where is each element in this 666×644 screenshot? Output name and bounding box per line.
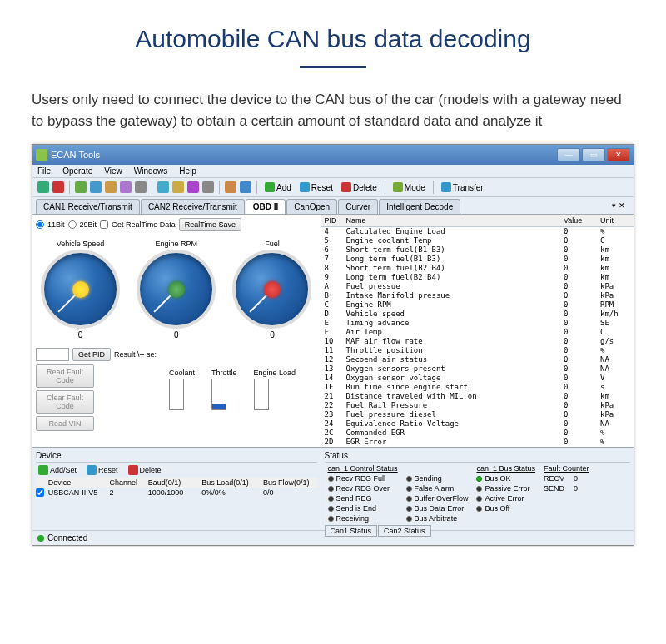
device-row[interactable]: USBCAN-II-V521000/10000%/0%0/0 (36, 488, 317, 499)
pid-input[interactable] (36, 348, 69, 361)
pid-row[interactable]: 6Short term fuel(B1 B3)0km (321, 245, 634, 255)
menu-operate[interactable]: Operate (62, 166, 92, 176)
pid-row[interactable]: 11Throttle position0% (321, 346, 634, 355)
mode-button[interactable]: Mode (390, 181, 428, 193)
tab-can2[interactable]: CAN2 Receive/Transmit (141, 199, 245, 214)
pid-row[interactable]: 22Fuel Rail Pressure0kPa (321, 401, 634, 410)
minimize-button[interactable]: — (557, 148, 580, 161)
pid-row[interactable]: ETiming advance0SE (321, 319, 634, 328)
fault-recv-value: 0 (574, 474, 578, 483)
pid-row[interactable]: 12Secoend air status0NA (321, 355, 634, 364)
main-tabs: CAN1 Receive/Transmit CAN2 Receive/Trans… (32, 197, 634, 214)
gauge-engine-rpm: Engine RPM 0 (137, 240, 216, 339)
tab-can1[interactable]: CAN1 Receive/Transmit (36, 199, 140, 214)
status-item: Send is End (328, 504, 398, 513)
filter-icon[interactable] (120, 181, 132, 193)
import-icon[interactable] (240, 181, 251, 193)
pid-row[interactable]: 14Oxygen sensor voltage0V (321, 374, 634, 383)
pid-row[interactable]: 5Engine coolant Temp0C (321, 236, 634, 245)
pid-row[interactable]: FAir Temp0C (321, 328, 634, 337)
pid-row[interactable]: CEngine RPM0RPM (321, 300, 634, 310)
config-icon[interactable] (135, 181, 147, 193)
tabs-close-icon[interactable]: ▾ ✕ (607, 199, 630, 214)
menu-windows[interactable]: Windows (134, 166, 168, 176)
fault-send-value: 0 (574, 484, 578, 493)
pid-row[interactable]: 21Distance traveled with MIL on0km (321, 392, 634, 401)
pid-row[interactable]: 24Equivalence Ratio Voltage0NA (321, 419, 634, 429)
pid-row[interactable]: AFuel pressue0kPa (321, 282, 634, 291)
status-item: Passive Error (476, 484, 535, 493)
device-reset-button[interactable]: Reset (84, 464, 121, 476)
grid-icon[interactable] (202, 181, 214, 193)
device-delete-button[interactable]: Delete (126, 464, 164, 476)
option-icon[interactable] (187, 181, 199, 193)
save-icon[interactable] (75, 181, 87, 193)
menu-help[interactable]: Help (179, 166, 196, 176)
gauge-fuel: Fuel 0 (232, 240, 311, 339)
tool-icon[interactable] (105, 181, 117, 193)
realtime-save-button[interactable]: RealTime Save (179, 218, 241, 231)
close-button[interactable]: ✕ (607, 148, 630, 161)
tab-curver[interactable]: Curver (338, 199, 378, 214)
stop-icon[interactable] (52, 181, 64, 193)
pid-row[interactable]: 10MAF air flow rate0g/s (321, 337, 634, 346)
device-addset-button[interactable]: Add/Set (36, 464, 79, 476)
pid-row[interactable]: DVehicle speed0km/h (321, 310, 634, 319)
start-icon[interactable] (37, 181, 49, 193)
pid-row[interactable]: 7Long term fuel(B1 B3)0km (321, 255, 634, 264)
open-icon[interactable] (90, 181, 102, 193)
status-item: Bus Off (476, 504, 535, 513)
pid-row[interactable]: 4Calculated Engine Load0% (321, 227, 634, 236)
status-item: Recv REG Over (328, 484, 398, 493)
play-icon[interactable] (157, 181, 169, 193)
gauge-speed-value: 0 (41, 330, 120, 339)
tab-can1-status[interactable]: Can1 Status (325, 525, 378, 537)
gauge-fuel-value: 0 (232, 330, 311, 339)
status-item: Buffer OverFlow (406, 494, 469, 503)
gauge-speed-label: Vehicle Speed (41, 240, 120, 248)
pid-table-body[interactable]: 4Calculated Engine Load0%5Engine coolant… (321, 227, 634, 447)
radio-29bit[interactable] (68, 220, 77, 229)
get-pid-button[interactable]: Get PID (72, 348, 111, 361)
connection-status: Connected (47, 533, 87, 542)
device-panel-title: Device (36, 449, 317, 463)
transfer-button[interactable]: Transfer (439, 181, 486, 193)
pid-row[interactable]: 2DEGR Error0% (321, 438, 634, 447)
tab-intelligent-decode[interactable]: Intelligent Decode (379, 199, 460, 214)
gauge-rpm-value: 0 (137, 330, 216, 339)
pid-row[interactable]: 2CCommanded EGR0% (321, 429, 634, 438)
label-11bit: 11Bit (47, 220, 65, 229)
radio-11bit[interactable] (36, 220, 44, 229)
checkbox-realtime[interactable] (100, 220, 108, 229)
pid-row[interactable]: 8Short term fuel(B2 B4)0km (321, 264, 634, 273)
export-icon[interactable] (225, 181, 236, 193)
maximize-button[interactable]: ▭ (582, 148, 605, 161)
bar-throttle: Throttle (211, 369, 237, 410)
pid-row[interactable]: 1FRun time since engine start0s (321, 383, 634, 392)
read-fault-code-button[interactable]: Read Fault Code (36, 364, 94, 388)
pid-row[interactable]: 13Oxygen sensors present0NA (321, 364, 634, 374)
tab-obd2[interactable]: OBD II (246, 199, 286, 214)
label-realtime: Get RealTime Data (112, 220, 176, 229)
tab-can2-status[interactable]: Can2 Status (378, 525, 431, 537)
pid-row[interactable]: BIntake Manifold pressue0kPa (321, 291, 634, 300)
tab-canopen[interactable]: CanOpen (286, 199, 337, 214)
read-vin-button[interactable]: Read VIN (36, 416, 94, 431)
device-panel: Device Add/Set Reset Delete DeviceChanne… (32, 448, 321, 530)
pid-row[interactable]: 23Fuel pressure diesel0kPa (321, 410, 634, 419)
result-label: Result \-- se: (114, 350, 157, 359)
delete-button[interactable]: Delete (339, 181, 380, 193)
clear-fault-code-button[interactable]: Clear Fault Code (36, 390, 94, 414)
status-item: Recv REG Full (328, 474, 398, 483)
status-panel: Status can_1 Control StatusRecv REG Full… (321, 448, 634, 530)
menubar: File Operate View Windows Help (32, 165, 634, 178)
window-title: ECAN Tools (51, 150, 557, 160)
pause-icon[interactable] (172, 181, 184, 193)
pid-row[interactable]: 9Long term fuel(B2 B4)0km (321, 273, 634, 282)
menu-file[interactable]: File (37, 166, 51, 176)
status-item: Receiving (328, 514, 398, 523)
add-button[interactable]: Add (262, 181, 294, 193)
reset-button[interactable]: Reset (297, 181, 335, 193)
device-checkbox[interactable] (36, 488, 44, 497)
menu-view[interactable]: View (104, 166, 122, 176)
